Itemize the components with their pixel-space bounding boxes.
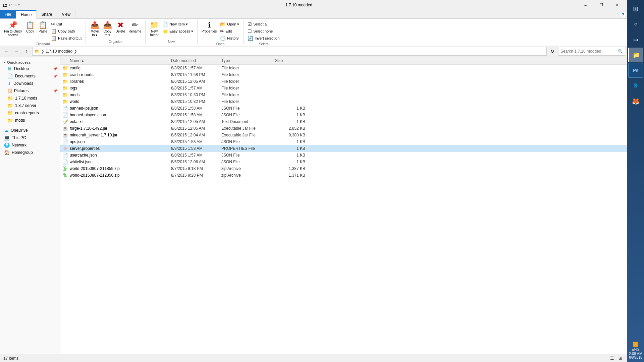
file-row[interactable]: 🗜 world-20150807-211859.zip 8/7/2015 9:1…	[60, 165, 627, 172]
skype-taskbar-button[interactable]: S	[628, 78, 643, 93]
minimize-button[interactable]: –	[578, 0, 593, 10]
easy-access-button[interactable]: ⭐ Easy access ▾	[161, 28, 195, 35]
explorer-taskbar-button[interactable]: 📁	[628, 48, 643, 62]
file-type: JSON File	[221, 153, 275, 158]
search-taskbar-button[interactable]: ○	[628, 17, 643, 32]
paste-shortcut-button[interactable]: 📋 Paste shortcut	[50, 35, 83, 42]
back-button: ←	[2, 47, 11, 56]
file-date: 8/6/2015 12:04 AM	[171, 133, 221, 137]
sidebar-item-187server[interactable]: 📁 1.8.7 server	[0, 102, 60, 109]
file-row[interactable]: 📄 whitelist.json 8/6/2015 12:06 AM JSON …	[60, 159, 627, 165]
paste-button[interactable]: 📋 Paste	[37, 21, 49, 34]
file-row[interactable]: 📁 config 8/8/2015 1:57 AM File folder	[60, 65, 627, 71]
tab-view[interactable]: View	[57, 10, 75, 18]
select-none-button[interactable]: ☐ Select none	[246, 28, 281, 35]
breadcrumb[interactable]: 📂 ❯ 1.7.10 modded ❯	[32, 47, 547, 56]
photoshop-taskbar-button[interactable]: Ps	[628, 63, 643, 78]
new-folder-button[interactable]: 📁 Newfolder	[148, 21, 160, 38]
pin-to-quick-access-button[interactable]: 📌 Pin to Quickaccess	[3, 21, 23, 38]
file-name: eula.txt	[70, 119, 171, 124]
sidebar-item-mods[interactable]: 📁 mods	[0, 117, 60, 124]
col-header-type[interactable]: Type	[221, 58, 275, 63]
refresh-button[interactable]: ↻	[548, 47, 557, 56]
search-input[interactable]	[560, 49, 618, 54]
invert-selection-button[interactable]: 🔄 Invert selection	[246, 35, 281, 42]
file-row[interactable]: 📄 banned-players.json 8/8/2015 1:58 AM J…	[60, 112, 627, 118]
file-date: 8/6/2015 12:05 AM	[171, 126, 221, 131]
documents-icon: 📄	[7, 73, 13, 79]
downloads-icon: ⬇	[7, 81, 11, 86]
delete-button[interactable]: ✖ Delete	[114, 21, 126, 34]
language-indicator[interactable]: ENG	[632, 347, 640, 352]
system-menu-icon[interactable]: 🗂	[3, 2, 7, 8]
quick-access-header[interactable]: ▾ Quick access	[0, 58, 60, 65]
sidebar-item-downloads[interactable]: ⬇ Downloads	[0, 80, 60, 87]
copy-to-button[interactable]: 📥 Copyto ▾	[101, 21, 113, 38]
firefox-taskbar-button[interactable]: 🦊	[628, 94, 643, 109]
copy-path-button[interactable]: 📋 Copy path	[50, 28, 83, 35]
col-header-date[interactable]: Date modified	[171, 58, 221, 63]
file-size: 1 KB	[275, 119, 309, 124]
file-row[interactable]: 📁 world 8/8/2015 10:32 PM File folder	[60, 98, 627, 105]
tab-file[interactable]: File	[0, 10, 16, 18]
restore-button[interactable]: ❐	[594, 0, 609, 10]
file-type: File folder	[221, 93, 275, 97]
sidebar-item-homegroup[interactable]: 🏠 Homegroup	[0, 149, 60, 156]
tab-home[interactable]: Home	[16, 10, 37, 19]
cut-button[interactable]: ✂ Cut	[50, 21, 83, 27]
rename-button[interactable]: ✏ Rename	[127, 21, 143, 34]
ribbon-help-icon[interactable]: ?	[620, 12, 626, 18]
file-row[interactable]: 📁 logs 8/8/2015 1:57 AM File folder	[60, 85, 627, 92]
sidebar-item-documents[interactable]: 📄 Documents 📌	[0, 72, 60, 80]
file-type: JSON File	[221, 106, 275, 111]
file-size: 2,852 KB	[275, 126, 309, 131]
file-row[interactable]: 🗜 world-20150807-212856.zip 8/7/2015 9:2…	[60, 172, 627, 179]
sidebar-item-network[interactable]: 🌐 Network	[0, 141, 60, 149]
select-all-button[interactable]: ☑ Select all	[246, 21, 281, 27]
folder-icon-4: 📁	[7, 118, 13, 123]
sidebar-item-thispc[interactable]: 💻 This PC	[0, 134, 60, 141]
file-row[interactable]: ⚙ server.properties 8/8/2015 1:58 AM PRO…	[60, 145, 627, 152]
sidebar-item-onedrive[interactable]: ☁ OneDrive	[0, 127, 60, 134]
large-icons-view-button[interactable]: ⊞	[616, 355, 624, 362]
file-row[interactable]: 📄 ops.json 8/8/2015 1:58 AM JSON File 1 …	[60, 138, 627, 145]
move-to-button[interactable]: 📤 Moveto ▾	[89, 21, 101, 38]
sidebar-item-crashreports[interactable]: 📁 crash-reports	[0, 109, 60, 117]
file-date: 8/6/2015 12:05 AM	[171, 119, 221, 124]
file-row[interactable]: ☕ minecraft_server.1.7.10.jar 8/6/2015 1…	[60, 132, 627, 138]
file-row[interactable]: 📁 crash-reports 8/7/2015 11:58 PM File f…	[60, 71, 627, 78]
sidebar-item-pictures[interactable]: 🖼 Pictures 📌	[0, 87, 60, 95]
task-view-button[interactable]: ▭	[628, 32, 643, 47]
redo-icon[interactable]: ↪	[13, 3, 17, 7]
onedrive-icon: ☁	[4, 128, 9, 133]
col-header-size[interactable]: Size	[275, 58, 309, 63]
close-button[interactable]: ✕	[609, 0, 625, 10]
file-name: usercache.json	[70, 153, 171, 158]
file-size: 1 KB	[275, 106, 309, 111]
open-button[interactable]: 📂 Open ▾	[219, 21, 240, 27]
file-name: config	[70, 66, 171, 70]
search-box[interactable]: 🔍	[558, 47, 625, 56]
properties-button[interactable]: ℹ Properties	[200, 21, 218, 34]
tab-share[interactable]: Share	[37, 10, 57, 18]
sidebar-item-1710mods[interactable]: 📁 1.7.10 mods	[0, 95, 60, 102]
history-button[interactable]: 🕐 History	[219, 35, 240, 42]
new-item-button[interactable]: 📄 New item ▾	[161, 21, 195, 27]
file-row[interactable]: 📄 banned-ips.json 8/8/2015 1:58 AM JSON …	[60, 105, 627, 112]
start-button[interactable]: ⊞	[628, 1, 643, 16]
file-icon: 📄	[60, 139, 70, 144]
file-row[interactable]: ☕ forge-1.7.10-1492.jar 8/6/2015 12:05 A…	[60, 125, 627, 132]
details-view-button[interactable]: ☰	[608, 355, 616, 362]
file-row[interactable]: 📄 usercache.json 8/8/2015 1:57 AM JSON F…	[60, 152, 627, 159]
up-button[interactable]: ↑	[22, 47, 31, 56]
undo-icon[interactable]: ↩	[9, 3, 12, 7]
folder-icon-1: 📁	[7, 96, 13, 101]
sidebar-item-desktop[interactable]: 🖥 Desktop 📌	[0, 65, 60, 72]
edit-button[interactable]: ✏ Edit	[219, 28, 240, 35]
file-row[interactable]: 📝 eula.txt 8/6/2015 12:05 AM Text Docume…	[60, 118, 627, 125]
col-header-name[interactable]: Name ▲	[60, 58, 171, 63]
file-date: 8/7/2015 11:58 PM	[171, 72, 221, 77]
file-row[interactable]: 📁 libraries 8/6/2015 12:05 AM File folde…	[60, 78, 627, 85]
copy-button[interactable]: 📋 Copy	[24, 21, 36, 34]
file-row[interactable]: 📁 mods 8/8/2015 10:30 PM File folder	[60, 92, 627, 98]
